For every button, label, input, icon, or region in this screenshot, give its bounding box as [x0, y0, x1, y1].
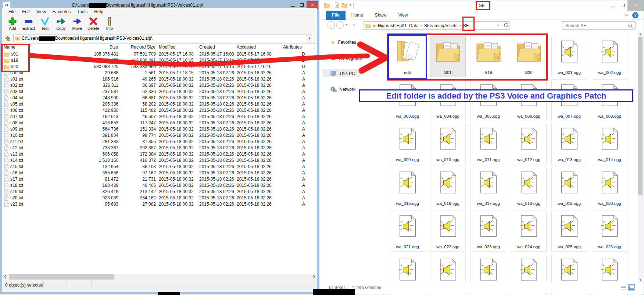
file-tile[interactable]: wa_011.ogg: [471, 123, 506, 164]
table-row[interactable]: s18.txt183 42946 4052015-05-18 00:322015…: [2, 182, 317, 189]
maximize-button[interactable]: [618, 0, 627, 11]
table-row[interactable]: s06.txt432 950115 4822015-05-18 00:32201…: [2, 107, 317, 114]
menu-help[interactable]: Help: [91, 8, 107, 15]
thumbnail-view-icon[interactable]: [628, 284, 635, 291]
file-tile[interactable]: wa_015.ogg: [390, 167, 425, 208]
close-button[interactable]: ×: [627, 0, 644, 11]
table-row[interactable]: s20.txt923 089264 1622015-05-18 00:32201…: [2, 195, 317, 201]
table-row[interactable]: s12.txt738 367203 8872015-05-18 00:32201…: [2, 145, 317, 151]
column-header-attributes[interactable]: Attributes: [282, 44, 315, 51]
file-tile[interactable]: wa_006.ogg: [511, 79, 547, 121]
menu-file[interactable]: File: [5, 8, 19, 15]
forward-button[interactable]: →: [336, 21, 344, 29]
copy-button[interactable]: Copy: [53, 15, 69, 31]
table-row[interactable]: s01.txt186 91649 2652015-05-18 00:322015…: [2, 76, 317, 82]
qat-dropdown-icon[interactable]: ▾: [350, 3, 351, 7]
table-row[interactable]: s20580 093 725543 383 9662015-05-17 16:1…: [2, 64, 317, 70]
sidebar-item-this-pc[interactable]: This PC: [330, 70, 355, 77]
address-dropdown-chevron-icon[interactable]: ▾: [497, 24, 499, 27]
column-header-created[interactable]: Created: [198, 44, 235, 51]
table-row[interactable]: s00.txt29 6881 5612015-05-17 18:152015-0…: [2, 70, 317, 76]
folder-tile-s20[interactable]: S20: [511, 36, 547, 77]
folder-tile-s01[interactable]: S01: [430, 36, 466, 77]
file-tile[interactable]: wa_022.ogg: [430, 210, 466, 252]
column-header-accessed[interactable]: Accessed: [235, 44, 282, 51]
file-tile[interactable]: wa_021.ogg: [390, 210, 425, 252]
properties-icon[interactable]: [334, 2, 339, 8]
help-icon[interactable]: ?: [632, 12, 638, 18]
file-tile[interactable]: wa_007.ogg: [551, 79, 587, 121]
table-row[interactable]: s23.txt95 68327 0822015-05-18 00:322015-…: [2, 201, 317, 207]
tab-file[interactable]: File: [326, 11, 346, 20]
table-row[interactable]: s13.txt606 058172 3842015-05-18 00:32201…: [2, 151, 317, 157]
details-view-icon[interactable]: [620, 284, 627, 291]
file-tile[interactable]: wa_020.ogg: [592, 167, 627, 208]
recent-pages-chevron-icon[interactable]: ▾: [346, 23, 347, 26]
tab-share[interactable]: Share: [369, 11, 393, 20]
table-row[interactable]: s19.txt826 419213 1422015-05-18 00:32201…: [2, 189, 317, 195]
file-tile[interactable]: wa_025.ogg: [551, 210, 587, 252]
file-tile[interactable]: wa_009.ogg: [390, 123, 425, 164]
file-tile[interactable]: wa_008.ogg: [592, 79, 627, 121]
menu-favorites[interactable]: Favorites: [49, 8, 74, 15]
file-tile[interactable]: wa_023.ogg: [471, 210, 506, 252]
maximize-button[interactable]: [298, 1, 306, 9]
search-icon[interactable]: [628, 23, 633, 28]
test-button[interactable]: Test: [37, 15, 53, 31]
search-input[interactable]: [562, 22, 635, 29]
move-button[interactable]: Move: [69, 15, 85, 31]
table-row[interactable]: s01105 376 48197 591 7092015-05-17 16:08…: [2, 51, 317, 57]
file-tile[interactable]: wa_026.ogg: [592, 210, 627, 252]
table-row[interactable]: s16.txt355 65897 1622015-05-18 00:322015…: [2, 170, 317, 176]
scroll-up-arrow-icon[interactable]: ▲: [638, 31, 643, 37]
menu-edit[interactable]: Edit: [19, 8, 33, 15]
file-tile[interactable]: wa_012.ogg: [511, 123, 547, 164]
refresh-icon[interactable]: [504, 23, 508, 28]
table-row[interactable]: s03.txt237 58162 3362015-05-18 00:322015…: [2, 89, 317, 95]
file-tile[interactable]: wa_014.ogg: [592, 123, 627, 164]
file-tile[interactable]: wa_003.ogg: [390, 79, 425, 121]
file-tile[interactable]: wa_013.ogg: [551, 123, 587, 164]
file-tile[interactable]: wa_016.ogg: [430, 167, 466, 208]
info-button[interactable]: Info: [101, 15, 118, 31]
scroll-right-arrow-icon[interactable]: ❯: [311, 274, 317, 280]
scroll-left-arrow-icon[interactable]: ❮: [2, 274, 8, 280]
file-tile[interactable]: wa_002.ogg: [592, 36, 627, 77]
menu-tools[interactable]: Tools: [74, 8, 91, 15]
scrollbar-thumb[interactable]: [638, 37, 643, 195]
tab-home[interactable]: Home: [346, 11, 369, 20]
file-tile[interactable]: wa_004.ogg: [430, 79, 466, 121]
sidebar-item-favorites[interactable]: ★Favorites: [330, 39, 356, 46]
explorer-titlebar[interactable]: ▾ SE ×: [320, 0, 644, 11]
sidebar-item-network[interactable]: Network: [330, 86, 355, 93]
file-tile[interactable]: wa_019.ogg: [551, 167, 587, 208]
file-tile[interactable]: wa_024.ogg: [511, 210, 547, 252]
file-tile[interactable]: wa_017.ogg: [471, 167, 506, 208]
minimize-button[interactable]: [608, 0, 618, 11]
breadcrumb[interactable]: « HigurashiEp01_Data›StreamingAssets›SE …: [364, 21, 509, 30]
breadcrumb-item-streamingassets[interactable]: StreamingAssets: [423, 23, 459, 28]
scrollbar-thumb[interactable]: [9, 274, 114, 280]
minimize-button[interactable]: [289, 1, 297, 9]
close-button[interactable]: ×: [307, 1, 318, 9]
table-row[interactable]: s11.txt281 33381 3552015-05-18 00:322015…: [2, 139, 317, 145]
sidebar-item-homegroup[interactable]: Homegroup: [330, 54, 362, 62]
file-tile[interactable]: wa_001.ogg: [551, 36, 587, 77]
breadcrumb-item-higurashiep01_data[interactable]: HigurashiEp01_Data: [377, 23, 420, 28]
column-header-name[interactable]: Name: [2, 44, 88, 51]
archive-path-input[interactable]: C:\UsersDownloads\Higurashi\HigurashiPS3…: [13, 35, 313, 42]
search-box[interactable]: [562, 21, 636, 30]
parent-folder-button[interactable]: [4, 35, 11, 42]
table-row[interactable]: s15.txt132 95436 1032015-05-18 00:322015…: [2, 164, 317, 170]
breadcrumb-item-se[interactable]: SE: [462, 23, 470, 28]
tab-view[interactable]: View: [393, 11, 414, 20]
table-row[interactable]: s10.txt391 80499 7742015-05-18 00:322015…: [2, 132, 317, 139]
table-row[interactable]: s14.txt1 518 150416 3722015-05-18 00:322…: [2, 157, 317, 164]
file-tile[interactable]: wa_005.ogg: [471, 79, 506, 121]
ribbon-expand-chevron-icon[interactable]: [625, 14, 629, 17]
breadcrumb-overflow[interactable]: «: [372, 23, 377, 28]
delete-button[interactable]: Delete: [85, 15, 101, 31]
back-button[interactable]: ←: [328, 21, 335, 29]
folder-tile-edit[interactable]: edit: [390, 36, 425, 77]
table-row[interactable]: s05.txt205 33658 2022015-05-18 00:322015…: [2, 101, 317, 107]
